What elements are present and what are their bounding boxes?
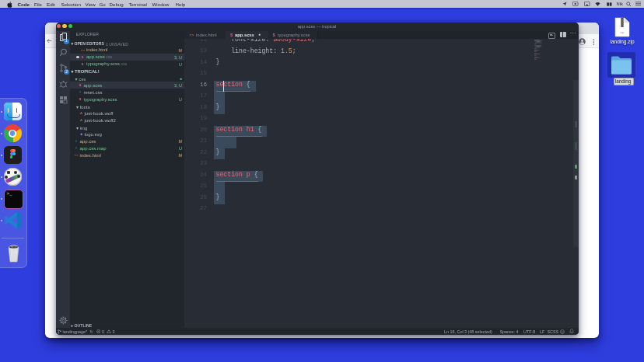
svg-text:zip: zip: [620, 30, 625, 34]
